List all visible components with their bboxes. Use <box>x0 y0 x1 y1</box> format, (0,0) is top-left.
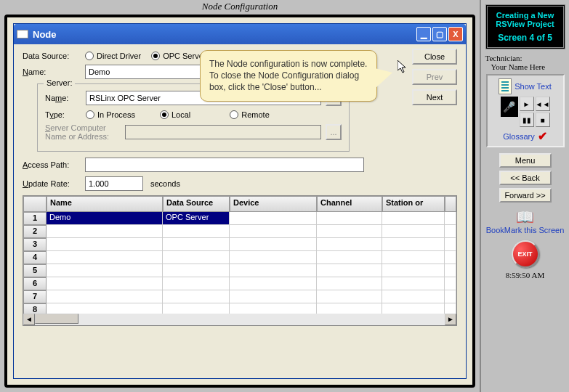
horizontal-scrollbar[interactable]: ◄ ► <box>23 314 456 325</box>
scroll-thumb[interactable] <box>35 314 78 324</box>
cell-station[interactable] <box>382 303 445 314</box>
cell-channel[interactable] <box>317 277 382 290</box>
next-button[interactable]: Next <box>412 89 457 105</box>
window-title: Node <box>33 29 57 40</box>
radio-remote[interactable]: Remote <box>230 110 270 119</box>
cell-datasource[interactable] <box>163 251 230 264</box>
cell-channel[interactable] <box>317 251 382 264</box>
content-frame: Node ▁ ▢ X The Node configuration is now… <box>4 15 475 388</box>
cell-datasource[interactable] <box>163 277 230 290</box>
cell-station[interactable] <box>382 225 445 238</box>
cell-station[interactable] <box>382 277 445 290</box>
cell-device[interactable] <box>230 212 317 225</box>
radio-local[interactable]: Local <box>160 110 190 119</box>
cell-device[interactable] <box>230 251 317 264</box>
cell-station[interactable] <box>382 251 445 264</box>
row-number[interactable]: 7 <box>23 290 47 303</box>
radio-in-process[interactable]: In Process <box>86 110 135 119</box>
bookmark-button[interactable]: 📖 BookMark this Screen <box>486 208 565 234</box>
cell-name[interactable] <box>47 225 163 238</box>
table-row[interactable]: 8 <box>23 303 456 314</box>
cell-datasource[interactable] <box>163 238 230 251</box>
row-number[interactable]: 2 <box>23 225 47 238</box>
glossary-button[interactable]: Glossary ✔ <box>503 129 546 143</box>
cell-station[interactable] <box>382 290 445 303</box>
screen-counter: Screen 4 of 5 <box>491 33 560 43</box>
access-path-input[interactable] <box>85 158 364 172</box>
row-number[interactable]: 4 <box>23 251 47 264</box>
row-number[interactable]: 8 <box>23 303 47 314</box>
cell-channel[interactable] <box>317 225 382 238</box>
cell-datasource[interactable] <box>163 290 230 303</box>
cell-channel[interactable] <box>317 303 382 314</box>
cell-name[interactable] <box>47 264 163 277</box>
window-close-button[interactable]: X <box>448 27 463 41</box>
pause-button[interactable]: ▮▮ <box>520 113 534 127</box>
notepad-icon <box>499 78 512 94</box>
grid-header-datasource[interactable]: Data Source <box>163 196 230 212</box>
table-row[interactable]: 3 <box>23 238 456 251</box>
table-row[interactable]: 1DemoOPC Server <box>23 212 456 225</box>
cell-channel[interactable] <box>317 290 382 303</box>
scroll-left-button[interactable]: ◄ <box>23 314 35 325</box>
cell-channel[interactable] <box>317 238 382 251</box>
grid-header-name[interactable]: Name <box>47 196 163 212</box>
forward-button[interactable]: Forward >> <box>499 188 552 203</box>
cell-device[interactable] <box>230 277 317 290</box>
cell-device[interactable] <box>230 290 317 303</box>
radio-opc-server[interactable]: OPC Server <box>151 52 206 60</box>
cell-spacer <box>445 277 456 290</box>
row-number[interactable]: 1 <box>23 212 47 225</box>
play-button[interactable]: ► <box>520 97 534 111</box>
rewind-button[interactable]: ◄◄ <box>536 97 550 111</box>
cell-datasource[interactable]: OPC Server <box>163 212 230 225</box>
prev-button[interactable]: Prev <box>412 69 457 85</box>
cell-station[interactable] <box>382 212 445 225</box>
maximize-button[interactable]: ▢ <box>432 27 447 41</box>
show-text-button[interactable]: Show Text <box>499 78 552 94</box>
cell-station[interactable] <box>382 264 445 277</box>
exit-button[interactable]: EXIT <box>512 240 539 268</box>
cell-datasource[interactable] <box>163 303 230 314</box>
data-grid[interactable]: Name Data Source Device Channel Station … <box>23 195 457 326</box>
table-row[interactable]: 6 <box>23 277 456 290</box>
cell-name[interactable] <box>47 238 163 251</box>
window-titlebar[interactable]: Node ▁ ▢ X <box>14 24 466 44</box>
clock: 8:59:50 AM <box>506 271 544 279</box>
back-button[interactable]: << Back <box>499 171 552 185</box>
menu-button[interactable]: Menu <box>499 153 552 168</box>
cell-channel[interactable] <box>317 212 382 225</box>
grid-body[interactable]: 1DemoOPC Server2345678 <box>23 212 456 314</box>
cell-name[interactable] <box>47 290 163 303</box>
cell-device[interactable] <box>230 225 317 238</box>
grid-header-channel[interactable]: Channel <box>317 196 382 212</box>
cell-name[interactable]: Demo <box>47 212 163 225</box>
lesson-box: Creating a New RSView Project Screen 4 o… <box>485 4 565 49</box>
cell-device[interactable] <box>230 303 317 314</box>
radio-direct-driver[interactable]: Direct Driver <box>85 52 141 60</box>
grid-header-device[interactable]: Device <box>230 196 317 212</box>
row-number[interactable]: 3 <box>23 238 47 251</box>
row-number[interactable]: 6 <box>23 277 47 290</box>
stop-button[interactable]: ■ <box>536 113 550 127</box>
minimize-button[interactable]: ▁ <box>416 27 431 41</box>
row-number[interactable]: 5 <box>23 264 47 277</box>
cell-name[interactable] <box>47 277 163 290</box>
cell-channel[interactable] <box>317 264 382 277</box>
table-row[interactable]: 2 <box>23 225 456 238</box>
grid-header-station[interactable]: Station or <box>382 196 445 212</box>
scroll-track[interactable] <box>35 314 445 325</box>
cell-device[interactable] <box>230 264 317 277</box>
cell-name[interactable] <box>47 303 163 314</box>
scroll-right-button[interactable]: ► <box>445 314 456 325</box>
cell-device[interactable] <box>230 238 317 251</box>
table-row[interactable]: 4 <box>23 251 456 264</box>
table-row[interactable]: 7 <box>23 290 456 303</box>
close-button[interactable]: Close <box>412 49 457 65</box>
cell-name[interactable] <box>47 251 163 264</box>
cell-datasource[interactable] <box>163 264 230 277</box>
cell-datasource[interactable] <box>163 225 230 238</box>
update-rate-input[interactable] <box>85 176 143 191</box>
cell-station[interactable] <box>382 238 445 251</box>
table-row[interactable]: 5 <box>23 264 456 277</box>
